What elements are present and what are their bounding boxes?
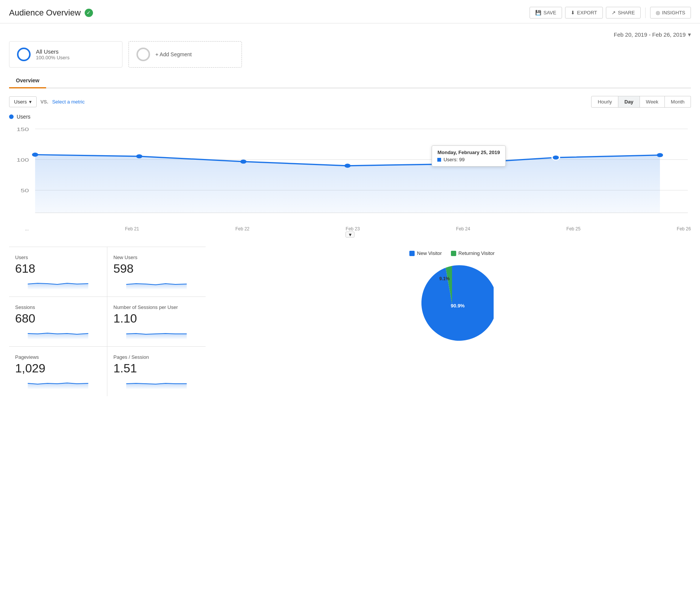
tooltip-value-row: Users: 99 <box>437 157 500 162</box>
add-segment-card[interactable]: + Add Segment <box>129 41 242 68</box>
chevron-down-icon: ▾ <box>349 232 352 238</box>
month-button[interactable]: Month <box>665 96 691 108</box>
returning-visitor-color-icon <box>451 251 456 256</box>
metric-new-users: New Users 598 <box>107 247 206 297</box>
tooltip-metric: Users: 99 <box>443 157 465 162</box>
hourly-button[interactable]: Hourly <box>591 96 618 108</box>
metric-dropdown-arrow: ▾ <box>29 99 32 105</box>
metric-sessions-per-user-value: 1.10 <box>113 312 200 326</box>
line-chart: 150 100 50 <box>9 123 691 221</box>
metric-sessions-label: Sessions <box>15 304 101 310</box>
metric-pages-per-session: Pages / Session 1.51 <box>107 347 206 396</box>
metric-users-value: 618 <box>15 262 101 276</box>
sparkline-sessions <box>15 329 101 339</box>
day-button[interactable]: Day <box>618 96 640 108</box>
metric-sessions-value: 680 <box>15 312 101 326</box>
tooltip-date: Monday, February 25, 2019 <box>437 150 500 155</box>
share-button[interactable]: ↗ SHARE <box>606 7 641 19</box>
returning-visitor-label: Returning Visitor <box>458 250 495 256</box>
metrics-grid: Users 618 New Users 598 Sessions <box>9 247 206 396</box>
metric-dropdown[interactable]: Users ▾ <box>9 96 37 107</box>
header-actions: 💾 SAVE ⬇ EXPORT ↗ SHARE ◎ INSIGHTS <box>530 7 691 19</box>
data-point[interactable] <box>344 164 350 168</box>
date-range-text: Feb 20, 2019 - Feb 26, 2019 <box>614 31 686 38</box>
verified-icon: ✓ <box>85 9 93 17</box>
pie-legend: New Visitor Returning Visitor <box>409 250 494 256</box>
svg-text:9.1%: 9.1% <box>439 276 450 281</box>
metric-users: Users 618 <box>9 247 107 297</box>
pie-section: New Visitor Returning Visitor <box>213 247 691 396</box>
add-segment-label: + Add Segment <box>155 51 192 57</box>
x-label: Feb 24 <box>456 226 470 232</box>
segment-circle-icon <box>17 48 31 61</box>
main-content: Feb 20, 2019 - Feb 26, 2019 ▾ All Users … <box>0 23 700 404</box>
select-metric-link[interactable]: Select a metric <box>52 99 85 105</box>
segment-info: All Users 100.00% Users <box>36 48 70 60</box>
metric-new-users-label: New Users <box>113 255 200 260</box>
metric-pageviews-label: Pageviews <box>15 354 101 360</box>
pie-legend-returning-visitor: Returning Visitor <box>451 250 495 256</box>
date-range-selector[interactable]: Feb 20, 2019 - Feb 26, 2019 ▾ <box>614 31 691 38</box>
separator <box>645 8 646 18</box>
x-label: ... <box>25 226 29 232</box>
add-segment-circle-icon <box>136 48 150 61</box>
vs-label: VS. <box>40 99 48 105</box>
expand-chart-button[interactable]: ▾ <box>345 232 355 238</box>
x-label: Feb 22 <box>235 226 249 232</box>
x-label: Feb 23 <box>346 226 360 232</box>
svg-text:90.9%: 90.9% <box>451 303 465 309</box>
chevron-down-icon: ▾ <box>688 31 691 38</box>
metric-new-users-value: 598 <box>113 262 200 276</box>
data-point[interactable] <box>240 160 246 164</box>
metric-sessions-per-user-label: Number of Sessions per User <box>113 304 200 310</box>
chart-legend-label: Users <box>17 114 31 120</box>
data-point[interactable] <box>136 154 142 158</box>
x-label: Feb 25 <box>567 226 581 232</box>
new-visitor-color-icon <box>409 251 415 256</box>
export-button[interactable]: ⬇ EXPORT <box>565 7 603 19</box>
chart-tooltip: Monday, February 25, 2019 Users: 99 <box>432 145 505 167</box>
share-icon: ↗ <box>612 10 616 15</box>
new-visitor-label: New Visitor <box>417 250 442 256</box>
metric-sessions: Sessions 680 <box>9 297 107 347</box>
metric-pages-per-session-label: Pages / Session <box>113 354 200 360</box>
pie-chart-svg: 90.9% 9.1% <box>410 262 494 345</box>
chart-legend: Users <box>9 114 691 120</box>
data-point[interactable] <box>657 153 663 157</box>
save-button[interactable]: 💾 SAVE <box>530 7 562 19</box>
sparkline-sessions-per-user <box>113 329 200 339</box>
sparkline-pageviews <box>15 378 101 389</box>
insights-button[interactable]: ◎ INSIGHTS <box>650 7 691 19</box>
date-row: Feb 20, 2019 - Feb 26, 2019 ▾ <box>9 31 691 38</box>
data-point-active[interactable] <box>552 155 560 160</box>
header-left: Audience Overview ✓ <box>9 8 93 18</box>
export-icon: ⬇ <box>571 10 575 15</box>
svg-marker-10 <box>126 333 187 339</box>
metric-pageviews: Pageviews 1,029 <box>9 347 107 396</box>
pie-legend-new-visitor: New Visitor <box>409 250 442 256</box>
segment-sub: 100.00% Users <box>36 55 70 60</box>
metric-pages-per-session-value: 1.51 <box>113 361 200 375</box>
svg-text:150: 150 <box>17 127 29 132</box>
tab-overview[interactable]: Overview <box>9 74 46 88</box>
all-users-segment[interactable]: All Users 100.00% Users <box>9 41 122 68</box>
legend-dot-icon <box>9 114 14 119</box>
sparkline-users <box>15 279 101 289</box>
x-axis: ... Feb 21 Feb 22 Feb 23 Feb 24 Feb 25 F… <box>9 225 691 232</box>
tooltip-color-icon <box>437 158 441 162</box>
metrics-and-pie: Users 618 New Users 598 Sessions <box>9 247 691 396</box>
svg-text:50: 50 <box>21 188 29 193</box>
header: Audience Overview ✓ 💾 SAVE ⬇ EXPORT ↗ SH… <box>0 0 700 23</box>
week-button[interactable]: Week <box>640 96 665 108</box>
data-point[interactable] <box>32 153 38 157</box>
chart-controls: Users ▾ VS. Select a metric Hourly Day W… <box>9 96 691 108</box>
sparkline-new-users <box>113 279 200 289</box>
expand-button-row: ▾ <box>9 232 691 238</box>
insights-icon: ◎ <box>656 10 660 15</box>
sparkline-pages-per-session <box>113 378 200 389</box>
metric-dropdown-label: Users <box>14 99 27 105</box>
save-icon: 💾 <box>535 10 541 15</box>
page-title: Audience Overview <box>9 8 81 18</box>
tabs-bar: Overview <box>9 74 691 88</box>
chart-area <box>35 155 660 213</box>
